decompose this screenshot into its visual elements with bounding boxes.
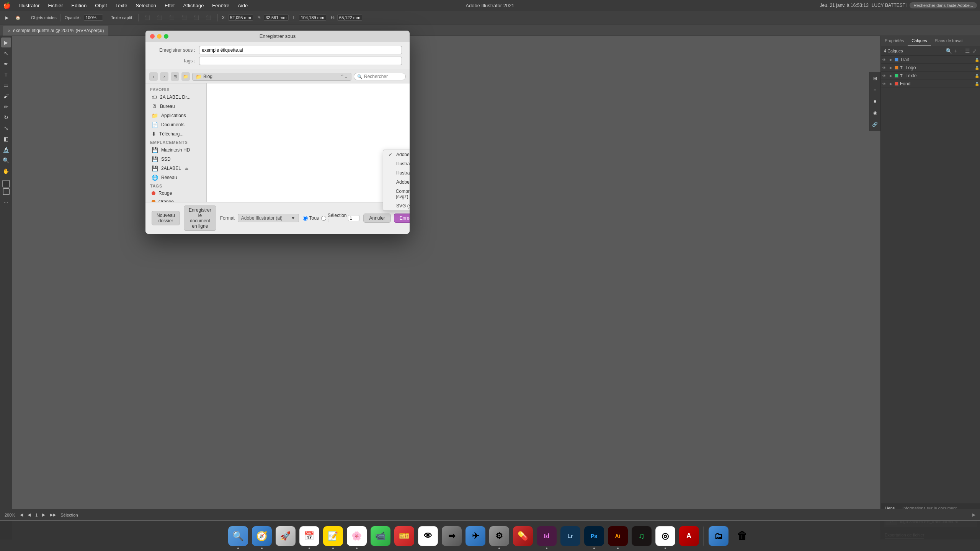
- layer-delete-btn[interactable]: −: [960, 48, 963, 54]
- tab-close-icon[interactable]: ✕: [8, 29, 11, 33]
- online-save-btn[interactable]: Enregistrer le document en ligne: [184, 205, 216, 231]
- format-option-ai[interactable]: ✓ Adobe Illustrator (ai): [383, 150, 410, 159]
- format-option-eps[interactable]: Illustrator EPS (eps): [383, 159, 410, 168]
- fill-color[interactable]: [2, 180, 10, 187]
- maximize-btn[interactable]: [164, 34, 168, 39]
- radio-selection[interactable]: Sélection :: [321, 213, 359, 223]
- dock-lightroom[interactable]: Lr: [560, 525, 581, 547]
- direct-selection-tool[interactable]: ↖: [1, 48, 11, 58]
- scale-tool[interactable]: ⤡: [1, 123, 11, 133]
- dock-photos[interactable]: 🌸: [346, 525, 368, 547]
- page-nav-end[interactable]: ▶▶: [50, 512, 56, 517]
- layer-fond[interactable]: 👁 ▶ Fond 🔒: [881, 80, 980, 88]
- radio-selection-input[interactable]: [321, 216, 326, 221]
- layer-search-btn[interactable]: 🔍: [946, 48, 952, 54]
- dock-acrobat[interactable]: A: [678, 525, 700, 547]
- sidebar-item-2alabel[interactable]: 🏷 2A LABEL Dr...: [147, 93, 205, 102]
- dock-files[interactable]: 🗂: [708, 525, 729, 547]
- tags-input[interactable]: [199, 57, 402, 65]
- layer-vis-icon-texte[interactable]: 👁: [882, 73, 887, 78]
- nav-back-btn[interactable]: ‹: [149, 72, 158, 81]
- layer-lock-icon-logo[interactable]: 🔒: [975, 66, 979, 70]
- layer-expand-btn[interactable]: ⤢: [972, 48, 977, 54]
- sidebar-item-2alabel-drive[interactable]: 💾 2ALABEL ⏏: [147, 164, 205, 173]
- more-tools[interactable]: ···: [1, 197, 11, 207]
- page-nav-left[interactable]: ◀: [20, 512, 23, 517]
- layer-lock-icon-fond[interactable]: 🔒: [975, 82, 979, 86]
- align-btn-1[interactable]: ⬛: [142, 15, 152, 21]
- dock-tickets[interactable]: 🎫: [394, 525, 415, 547]
- layer-logo[interactable]: 👁 ▶ T Logo 🔒: [881, 64, 980, 72]
- sidebar-tag-orange[interactable]: Orange: [147, 197, 205, 202]
- radio-tous-input[interactable]: [303, 216, 308, 221]
- right-icon-5[interactable]: 🔗: [870, 119, 880, 129]
- menu-aide[interactable]: Aide: [236, 2, 249, 9]
- l-value[interactable]: 104,189 mm: [299, 15, 326, 21]
- expand-icon-fond[interactable]: ▶: [889, 82, 893, 86]
- save-button[interactable]: Enregistrer: [394, 214, 410, 223]
- menu-selection[interactable]: Sélection: [134, 2, 157, 9]
- expand-icon[interactable]: ▶: [889, 57, 893, 62]
- dock-illustrator[interactable]: Ai: [607, 525, 629, 547]
- y-value[interactable]: 32,561 mm: [264, 15, 289, 21]
- filename-input[interactable]: [199, 46, 402, 54]
- nav-search-box[interactable]: 🔍: [354, 73, 406, 80]
- dock-migration[interactable]: ➡: [441, 525, 462, 547]
- document-tab[interactable]: ✕ exemple étiquette.ai @ 200 % (RVB/Aper…: [3, 26, 108, 36]
- menu-objet[interactable]: Objet: [93, 2, 108, 9]
- sidebar-item-telecharg[interactable]: ⬇ Télécharg...: [147, 129, 205, 139]
- tab-proprietes[interactable]: Propriétés: [881, 36, 908, 46]
- search-input[interactable]: [364, 74, 402, 79]
- sidebar-item-macintosh[interactable]: 💾 Macintosh HD: [147, 145, 205, 155]
- sidebar-tag-rouge[interactable]: Rouge: [147, 189, 205, 197]
- format-option-svgz[interactable]: Compressé en SVG (svgz): [383, 187, 410, 201]
- format-option-svg[interactable]: SVG (svg): [383, 201, 410, 210]
- page-nav-right[interactable]: ▶: [42, 512, 45, 517]
- nav-view-icon[interactable]: 📁: [181, 72, 190, 81]
- apple-menu[interactable]: 🍎: [3, 2, 11, 9]
- layer-trait[interactable]: 👁 ▶ Trait 🔒: [881, 56, 980, 64]
- layer-lock-icon[interactable]: 🔒: [975, 58, 979, 62]
- right-icon-3[interactable]: ■: [870, 96, 880, 106]
- dock-facetime[interactable]: 📹: [370, 525, 391, 547]
- text-tool[interactable]: T: [1, 70, 11, 80]
- shape-tool[interactable]: ▭: [1, 80, 11, 90]
- right-icon-2[interactable]: ≡: [870, 85, 880, 95]
- layer-lock-icon-texte[interactable]: 🔒: [975, 74, 979, 78]
- opacity-value[interactable]: 100%: [84, 15, 103, 21]
- dock-transporter[interactable]: ✈: [465, 525, 486, 547]
- expand-icon-texte[interactable]: ▶: [889, 73, 893, 78]
- dock-safari[interactable]: 🧭: [251, 525, 273, 547]
- dock-finder[interactable]: 🔍: [227, 525, 249, 547]
- dock-notes[interactable]: 📝: [322, 525, 344, 547]
- menu-fichier[interactable]: Fichier: [46, 2, 64, 9]
- dock-calendrier[interactable]: 📅: [299, 525, 320, 547]
- nav-view-toggle[interactable]: ⊞: [171, 72, 179, 81]
- align-btn-4[interactable]: ⬛: [179, 15, 189, 21]
- align-btn-2[interactable]: ⬛: [155, 15, 165, 21]
- menu-effet[interactable]: Effet: [163, 2, 176, 9]
- sidebar-item-bureau[interactable]: 🖥 Bureau: [147, 102, 205, 111]
- zoom-tool[interactable]: 🔍: [1, 155, 11, 165]
- tab-calques[interactable]: Calques: [908, 36, 931, 46]
- h-value[interactable]: 65,122 mm: [337, 15, 362, 21]
- hand-tool[interactable]: ✋: [1, 166, 11, 176]
- format-dropdown[interactable]: Adobe Illustrator (ai) ▼: [238, 214, 299, 222]
- menu-fenetre[interactable]: Fenêtre: [211, 2, 231, 9]
- selection-value-input[interactable]: [348, 215, 359, 221]
- dock-trash[interactable]: 🗑: [732, 525, 753, 547]
- pencil-tool[interactable]: ✏: [1, 102, 11, 112]
- minimize-btn[interactable]: [157, 34, 162, 39]
- dock-antidote[interactable]: 💊: [512, 525, 534, 547]
- sidebar-item-reseau[interactable]: 🌐 Réseau: [147, 173, 205, 182]
- sidebar-item-applications[interactable]: 📁 Applications: [147, 111, 205, 120]
- select-tool-btn[interactable]: ▶: [3, 15, 11, 21]
- tab-plans-de-travail[interactable]: Plans de travail: [931, 36, 967, 46]
- right-icon-4[interactable]: ◉: [870, 108, 880, 118]
- menu-illustrator[interactable]: Illustrator: [18, 2, 41, 9]
- gradient-tool[interactable]: ◧: [1, 134, 11, 144]
- selection-tool[interactable]: ▶: [1, 37, 11, 47]
- menu-edition[interactable]: Edition: [70, 2, 88, 9]
- eyedropper-tool[interactable]: 🔬: [1, 145, 11, 155]
- dock-indesign[interactable]: Id: [536, 525, 557, 547]
